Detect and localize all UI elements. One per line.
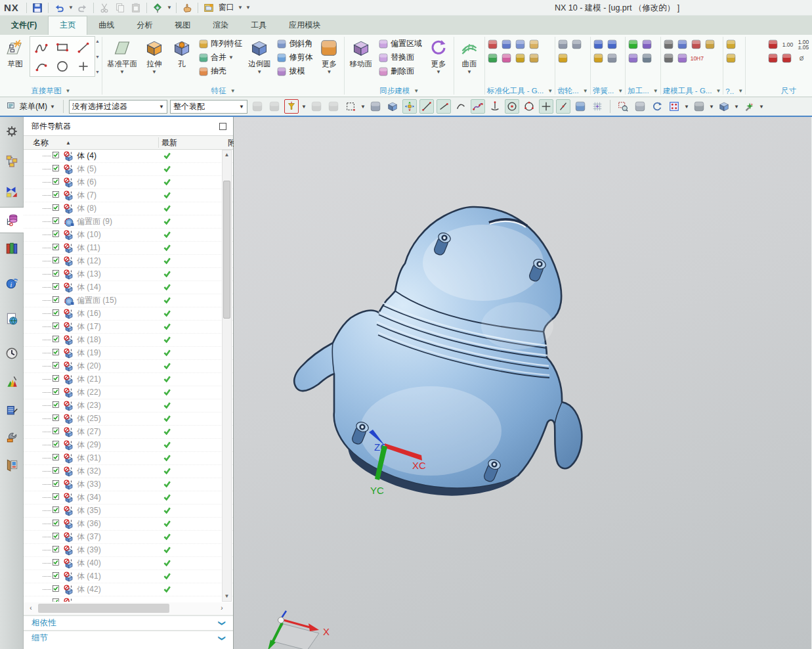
tool-icon[interactable] (515, 39, 526, 50)
viewport-3d[interactable]: ZC XC YC X (234, 117, 811, 649)
tab-analysis[interactable]: 分析 (125, 16, 163, 35)
tab-application[interactable]: 应用模块 (278, 16, 331, 35)
tool-icon[interactable] (641, 39, 652, 50)
group-dimension-tools-label[interactable]: 尺寸 (767, 85, 810, 97)
undo-menu-icon[interactable]: ▼ (68, 5, 74, 11)
point-icon[interactable] (73, 56, 94, 76)
tool-icon[interactable] (663, 53, 674, 64)
feature-more-button[interactable]: 更多▼ (316, 36, 342, 75)
chevron-down-icon[interactable]: ▼ (734, 104, 739, 110)
table-row[interactable]: 体 (27) (24, 426, 233, 439)
table-row[interactable] (24, 596, 233, 602)
shaded-view-icon[interactable] (692, 99, 706, 114)
reuse-library-icon[interactable] (0, 235, 24, 261)
tab-home[interactable]: 主页 (48, 16, 87, 35)
view-cube-icon[interactable] (717, 99, 731, 114)
row-checkbox[interactable] (53, 598, 62, 602)
constraint-navigator-icon[interactable] (0, 178, 24, 204)
group-surface-label[interactable] (456, 85, 482, 97)
selection-filter-combo[interactable]: 没有选择过滤器▼ (69, 100, 167, 114)
circle-center-icon[interactable] (505, 99, 519, 114)
tool-icon[interactable] (607, 39, 618, 50)
gallery-scroll-icons[interactable]: ▲▼▼ (95, 36, 100, 77)
scrollbar-thumb[interactable] (223, 181, 230, 319)
tool-icon[interactable] (593, 39, 604, 50)
row-checkbox[interactable] (53, 533, 62, 542)
row-checkbox[interactable] (53, 414, 62, 424)
tab-render[interactable]: 渲染 (202, 16, 240, 35)
table-row[interactable]: 体 (29) (24, 439, 233, 452)
rotate-view-icon[interactable] (650, 99, 664, 114)
tool-icon[interactable] (677, 39, 688, 50)
part-navigator-icon[interactable] (0, 207, 24, 233)
row-checkbox[interactable] (53, 231, 62, 240)
table-row[interactable]: 体 (4) (24, 150, 233, 163)
row-checkbox[interactable] (53, 401, 62, 411)
column-latest[interactable]: 最新 (161, 137, 177, 148)
table-row[interactable]: 体 (5) (24, 163, 233, 176)
tool-icon[interactable] (628, 53, 639, 64)
undo-icon[interactable] (52, 1, 66, 14)
shell-button[interactable]: 抽壳 (196, 65, 244, 78)
unite-button[interactable]: 合并▼ (196, 51, 244, 64)
table-row[interactable]: 体 (41) (24, 570, 233, 583)
axis-icon[interactable] (488, 99, 502, 114)
tab-view[interactable]: 视图 (163, 16, 202, 35)
row-checkbox[interactable] (53, 165, 62, 174)
assembly-navigator-icon[interactable] (0, 148, 24, 174)
section-details[interactable]: 细节❯ (24, 630, 233, 645)
group-modeling-tools-label[interactable]: 建模工具 - G...▼ (663, 85, 721, 97)
row-checkbox[interactable] (53, 428, 62, 437)
replace-face-button[interactable]: 替换面 (376, 51, 424, 64)
tab-file[interactable]: 文件(F) (0, 16, 48, 35)
chevron-down-icon[interactable]: ▼ (709, 104, 714, 110)
menu-button[interactable]: 菜单(M)▼ (4, 100, 58, 114)
cut-icon[interactable] (97, 1, 112, 14)
tool-icon[interactable] (725, 39, 737, 50)
paste-icon[interactable] (129, 1, 143, 14)
group-direct-sketch-label[interactable]: 直接草图▼ (2, 85, 100, 97)
tool-icon[interactable] (781, 53, 792, 64)
row-checkbox[interactable] (53, 257, 62, 266)
group-feature-label[interactable]: 特征▼ (104, 85, 343, 97)
tool-icon[interactable] (767, 39, 779, 50)
table-row[interactable]: 体 (31) (24, 452, 233, 465)
row-checkbox[interactable] (53, 204, 62, 213)
tool-icon[interactable] (663, 39, 674, 50)
section-dependencies[interactable]: 相依性❯ (24, 615, 233, 630)
system-scenes-icon[interactable] (0, 396, 24, 422)
tool-icon[interactable] (501, 39, 512, 50)
tool-icon[interactable] (641, 53, 652, 64)
table-row[interactable]: 体 (22) (24, 386, 233, 399)
face-select-icon[interactable] (573, 99, 588, 114)
group-standardization-tools-label[interactable]: 标准化工具 - G...▼ (487, 85, 553, 97)
tab-curve[interactable]: 曲线 (87, 16, 125, 35)
hd3d-tool-icon[interactable]: i (0, 270, 24, 296)
table-row[interactable]: 体 (40) (24, 557, 233, 570)
tool-icon[interactable] (501, 53, 512, 64)
table-row[interactable]: 体 (39) (24, 544, 233, 557)
window-dd-icon[interactable]: ▼ (237, 5, 244, 11)
circle-icon[interactable] (52, 56, 73, 76)
table-row[interactable]: 体 (7) (24, 189, 233, 202)
table-row[interactable]: 体 (34) (24, 491, 233, 504)
selection-scope-combo[interactable]: 整个装配▼ (170, 100, 247, 114)
row-checkbox[interactable] (53, 349, 62, 358)
tool-icon[interactable] (593, 53, 604, 64)
row-checkbox[interactable] (53, 546, 62, 555)
line-two-point-icon[interactable] (419, 99, 434, 114)
marquee-select-icon[interactable] (343, 99, 358, 114)
show-box-icon[interactable] (385, 99, 400, 114)
tool-icon[interactable] (487, 39, 498, 50)
table-row[interactable]: 体 (8) (24, 202, 233, 215)
table-row[interactable]: 体 (10) (24, 229, 233, 242)
format-painter-icon[interactable] (150, 1, 165, 14)
scroll-right-icon[interactable]: › (217, 604, 226, 613)
tool-icon[interactable] (607, 53, 618, 64)
window-layout-icon[interactable] (0, 452, 24, 478)
process-tools-icon[interactable] (0, 424, 24, 450)
horizontal-scrollbar[interactable]: ‹ › (24, 602, 233, 615)
group-machining-tools-label[interactable]: 加工...▼ (628, 85, 658, 97)
arc-icon[interactable] (31, 56, 52, 76)
group-spring-tools-label[interactable]: 弹簧...▼ (593, 85, 624, 97)
